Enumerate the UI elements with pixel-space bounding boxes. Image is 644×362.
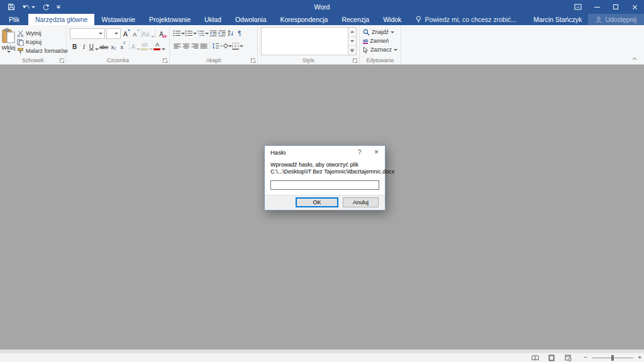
bullets-icon: [173, 30, 180, 36]
borders-caret-icon: [240, 45, 243, 47]
line-spacing-button[interactable]: [211, 41, 223, 52]
share-button[interactable]: Udostępnij: [588, 14, 644, 25]
show-formatting-marks-button[interactable]: ¶: [235, 28, 244, 39]
web-layout-button[interactable]: [560, 353, 576, 362]
close-button[interactable]: [625, 0, 644, 14]
highlight-icon: ab: [141, 42, 148, 50]
align-left-icon: [174, 43, 181, 49]
font-name-combo[interactable]: [70, 28, 105, 39]
font-color-button[interactable]: A: [153, 41, 166, 52]
tab-design[interactable]: Projektowanie: [142, 14, 197, 25]
align-left-button[interactable]: [173, 41, 182, 52]
save-icon: [8, 3, 15, 11]
redo-button[interactable]: [42, 4, 50, 11]
grow-font-button[interactable]: A: [121, 28, 130, 39]
font-group-label: Czcionka: [67, 57, 169, 63]
align-center-button[interactable]: [182, 41, 191, 52]
document-workspace: Hasło ? × Wprowadź hasło, aby otworzyć p…: [0, 65, 644, 349]
styles-gallery[interactable]: [261, 27, 348, 55]
ribbon-display-options-icon: [574, 4, 582, 10]
save-button[interactable]: [8, 3, 15, 11]
tab-mailings[interactable]: Korespondencja: [274, 14, 335, 25]
sort-button[interactable]: AZ: [226, 28, 235, 39]
shrink-font-button[interactable]: A: [130, 28, 140, 39]
tab-home[interactable]: Narzędzia główne: [28, 14, 94, 25]
zoom-slider-track[interactable]: [592, 358, 633, 358]
styles-scroll-down-button[interactable]: [348, 37, 356, 47]
superscript-button[interactable]: x2: [118, 41, 128, 52]
paragraph-dialog-launcher[interactable]: [251, 58, 255, 63]
ok-button[interactable]: OK: [296, 197, 338, 207]
tab-file[interactable]: Plik: [0, 14, 28, 25]
minimize-button[interactable]: [587, 0, 606, 14]
tab-references[interactable]: Odwołania: [228, 14, 274, 25]
dialog-title: Hasło: [270, 149, 286, 156]
strikethrough-button[interactable]: abe: [99, 41, 108, 52]
format-painter-button[interactable]: Malarz formatów: [16, 47, 69, 55]
customize-quick-access-button[interactable]: [57, 6, 60, 9]
shading-caret-icon: [228, 45, 232, 47]
signed-in-user[interactable]: Marcin Stańczyk: [533, 14, 588, 25]
password-input[interactable]: [270, 180, 379, 190]
change-case-button[interactable]: Aa: [143, 28, 153, 39]
decrease-indent-button[interactable]: [209, 28, 218, 39]
zoom-in-button[interactable]: +: [638, 354, 641, 361]
tab-insert[interactable]: Wstawianie: [94, 14, 142, 25]
tab-layout[interactable]: Układ: [197, 14, 228, 25]
dialog-title-bar[interactable]: Hasło ? ×: [265, 146, 385, 158]
subscript-small: 2: [114, 47, 116, 50]
group-styles: Style: [258, 25, 360, 64]
window-controls: [569, 0, 644, 14]
tell-me-box[interactable]: Powiedz mi, co chcesz zrobić...: [416, 14, 516, 25]
undo-button[interactable]: [22, 4, 35, 10]
print-layout-button[interactable]: [543, 353, 560, 362]
ribbon-display-options-button[interactable]: [569, 0, 587, 14]
zoom-slider-handle[interactable]: [611, 355, 614, 361]
find-label: Znajdź: [372, 29, 389, 35]
maximize-button[interactable]: [606, 0, 625, 14]
italic-button[interactable]: I: [79, 41, 89, 52]
share-label: Udostępnij: [605, 16, 636, 23]
paste-button[interactable]: Wklej: [1, 27, 16, 56]
copy-button[interactable]: Kopiuj: [16, 38, 69, 47]
clipboard-dialog-launcher[interactable]: [60, 58, 64, 63]
format-painter-label: Malarz formatów: [26, 48, 68, 54]
ribbon: Wklej Wytnij Kopiuj Malarz formatów Scho…: [0, 25, 644, 65]
bold-button[interactable]: B: [70, 41, 79, 52]
increase-indent-button[interactable]: [218, 28, 226, 39]
numbering-button[interactable]: [185, 28, 197, 39]
replace-button[interactable]: ab Zamień: [361, 36, 399, 45]
underline-button[interactable]: U: [89, 41, 99, 52]
tab-view[interactable]: Widok: [376, 14, 408, 25]
text-effects-button[interactable]: A: [131, 41, 141, 52]
read-mode-button[interactable]: [527, 353, 543, 362]
person-icon: [596, 16, 602, 23]
find-button[interactable]: Znajdź: [361, 28, 399, 36]
styles-gallery-more-button[interactable]: [348, 46, 356, 55]
font-size-combo[interactable]: [106, 28, 121, 39]
font-dialog-launcher[interactable]: [163, 58, 167, 63]
zoom-out-button[interactable]: −: [584, 354, 587, 361]
clear-formatting-button[interactable]: A: [157, 28, 166, 39]
styles-dialog-launcher[interactable]: [353, 58, 357, 63]
dialog-close-button[interactable]: ×: [368, 146, 385, 158]
font-color-caret-icon: [162, 48, 165, 50]
shading-button[interactable]: [223, 41, 232, 52]
bullets-button[interactable]: [173, 28, 185, 39]
subscript-button[interactable]: x2: [109, 41, 118, 52]
multilevel-list-button[interactable]: [197, 28, 209, 39]
cut-button[interactable]: Wytnij: [16, 29, 69, 38]
tab-review[interactable]: Recenzja: [335, 14, 376, 25]
clipboard-group-label: Schowek: [0, 57, 66, 63]
collapse-ribbon-button[interactable]: [632, 56, 638, 61]
scroll-up-icon: [350, 31, 354, 33]
justify-button[interactable]: [199, 41, 208, 52]
dialog-help-button[interactable]: ?: [351, 146, 368, 158]
cancel-button[interactable]: Anuluj: [343, 197, 379, 207]
select-button[interactable]: Zaznacz: [361, 45, 399, 54]
find-caret-icon: [391, 31, 394, 33]
styles-scroll-up-button[interactable]: [348, 28, 356, 37]
align-right-button[interactable]: [191, 41, 199, 52]
borders-button[interactable]: [232, 41, 243, 52]
highlight-button[interactable]: ab: [141, 41, 153, 52]
